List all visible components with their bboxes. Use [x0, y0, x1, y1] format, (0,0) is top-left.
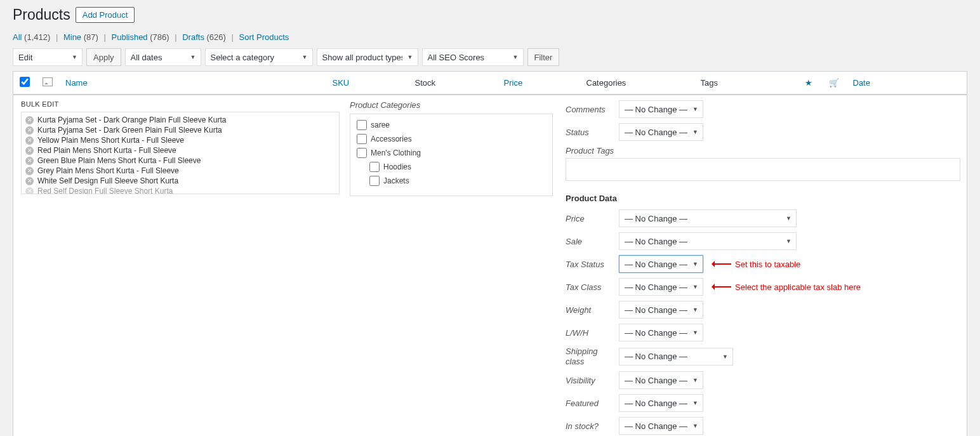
filter-mine[interactable]: Mine [63, 32, 81, 42]
remove-item-icon[interactable]: ✕ [25, 116, 34, 124]
product-type-icon: 🛒 [829, 78, 839, 88]
filter-published[interactable]: Published [112, 32, 148, 42]
select-all-checkbox[interactable] [20, 77, 30, 87]
remove-item-icon[interactable]: ✕ [25, 147, 34, 155]
annotation-tax-class: Select the applicable tax slab here [712, 282, 861, 292]
featured-select[interactable]: — No Change — [619, 394, 703, 412]
product-type-filter[interactable]: Show all product types [317, 48, 418, 66]
annotation-tax-status: Set this to taxable [712, 260, 800, 269]
col-seo [948, 72, 967, 95]
bulk-action-select[interactable]: Edit [13, 48, 83, 66]
view-filters: All (1,412) | Mine (87) | Published (786… [13, 32, 967, 42]
col-price[interactable]: Price [498, 72, 580, 95]
category-checklist[interactable]: saree Accessories Men's Clothing Hoodies… [350, 114, 553, 196]
cat-saree-checkbox[interactable] [357, 120, 367, 130]
col-stock: Stock [409, 72, 498, 95]
col-tags: Tags [694, 72, 796, 95]
remove-item-icon[interactable]: ✕ [25, 167, 34, 175]
cat-mens-checkbox[interactable] [357, 148, 367, 158]
filter-button[interactable]: Filter [527, 48, 560, 66]
tax-class-select[interactable]: — No Change — [619, 278, 703, 296]
apply-button[interactable]: Apply [86, 48, 121, 66]
filter-all[interactable]: All [13, 32, 22, 42]
remove-item-icon[interactable]: ✕ [25, 157, 34, 165]
visibility-select[interactable]: — No Change — [619, 371, 703, 389]
col-categories: Categories [580, 72, 694, 95]
seo-score-filter[interactable]: All SEO Scores [422, 48, 524, 66]
shipping-class-select[interactable]: — No Change — [619, 348, 733, 366]
cat-jackets-checkbox[interactable] [369, 176, 380, 186]
status-select[interactable]: — No Change — [619, 123, 703, 141]
sort-products-link[interactable]: Sort Products [239, 32, 289, 42]
filter-drafts[interactable]: Drafts [182, 32, 204, 42]
remove-item-icon[interactable]: ✕ [25, 136, 34, 145]
product-tags-heading: Product Tags [566, 146, 960, 155]
remove-item-icon[interactable]: ✕ [25, 187, 34, 195]
featured-icon: ★ [805, 78, 812, 88]
remove-item-icon[interactable]: ✕ [25, 177, 34, 185]
product-categories-heading: Product Categories [350, 100, 553, 110]
cat-hoodies-checkbox[interactable] [369, 162, 380, 172]
col-date[interactable]: Date [847, 72, 948, 95]
bulk-edit-heading: BULK EDIT [21, 100, 340, 108]
tax-status-select[interactable]: — No Change — [619, 255, 703, 273]
lwh-select[interactable]: — No Change — [619, 324, 703, 341]
comments-select[interactable]: — No Change — [619, 100, 703, 118]
bulk-items-list[interactable]: ✕Kurta Pyjama Set - Dark Orange Plain Fu… [21, 112, 340, 194]
col-sku[interactable]: SKU [326, 72, 409, 95]
category-filter[interactable]: Select a category [205, 48, 313, 66]
cat-accessories-checkbox[interactable] [357, 134, 367, 144]
col-name[interactable]: Name [59, 72, 326, 95]
price-select[interactable]: — No Change — [619, 209, 797, 227]
page-title: Products [13, 6, 70, 23]
weight-select[interactable]: — No Change — [619, 301, 703, 319]
sale-select[interactable]: — No Change — [619, 232, 797, 250]
add-product-button[interactable]: Add Product [76, 7, 135, 23]
remove-item-icon[interactable]: ✕ [25, 126, 34, 135]
product-data-heading: Product Data [566, 194, 960, 203]
image-column-icon [43, 77, 53, 86]
product-tags-input[interactable] [566, 158, 960, 181]
in-stock-select[interactable]: — No Change — [619, 417, 703, 435]
dates-filter[interactable]: All dates [125, 48, 201, 66]
